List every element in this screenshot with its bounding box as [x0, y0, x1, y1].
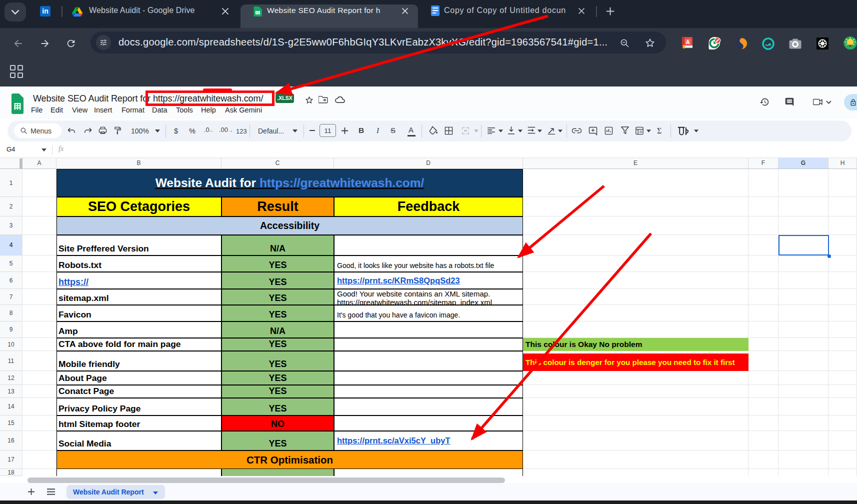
svg-text:A: A [686, 40, 690, 45]
